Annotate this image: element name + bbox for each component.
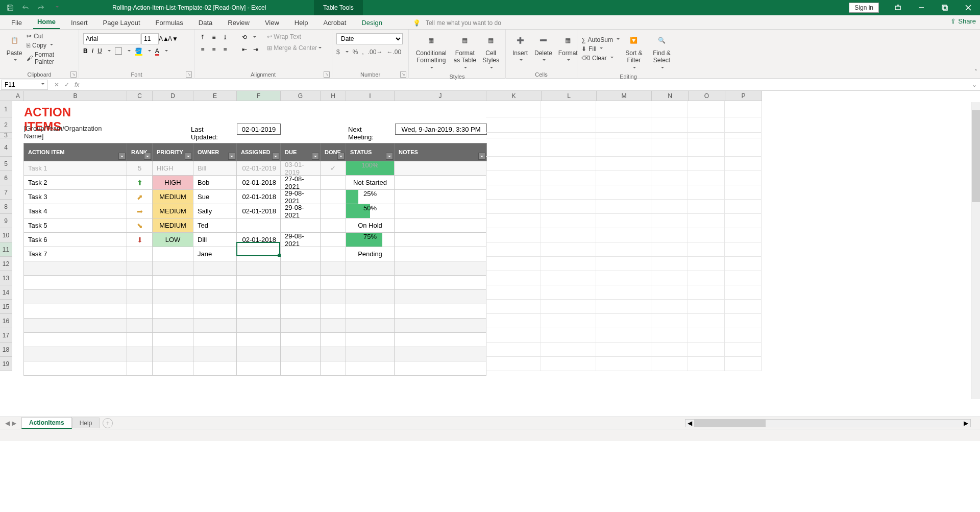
cell-due[interactable]: 29-08-2021 — [281, 204, 321, 218]
align-right-icon[interactable]: ≡ — [221, 45, 229, 54]
cell-done[interactable] — [321, 218, 346, 232]
cell-assigned[interactable]: 02-01-2018 — [237, 190, 281, 204]
tab-data[interactable]: Data — [194, 16, 216, 29]
find-select-button[interactable]: 🔍Find & Select — [648, 31, 675, 72]
cell-owner[interactable]: Sue — [193, 190, 237, 204]
cell-owner[interactable]: Dill — [193, 233, 237, 247]
number-format-select[interactable]: Date — [336, 33, 403, 44]
cell-status[interactable]: On Hold — [346, 218, 395, 232]
font-launcher-icon[interactable]: ↘ — [186, 71, 192, 78]
cell-done[interactable] — [321, 176, 346, 189]
ribbon-options-icon[interactable] — [886, 0, 910, 15]
cell-owner[interactable]: Ted — [193, 218, 237, 232]
name-box[interactable]: F11 — [1, 80, 48, 90]
row-header-2[interactable]: 2 — [0, 117, 12, 133]
delete-cells-button[interactable]: ➖Delete — [532, 31, 554, 65]
table-row-empty[interactable] — [23, 361, 486, 376]
filter-button-0[interactable] — [118, 153, 126, 160]
col-header-M[interactable]: M — [597, 91, 652, 101]
table-row[interactable]: Task 4➡MEDIUMSally02-01-201829-08-202150… — [23, 204, 486, 218]
col-header-B[interactable]: B — [24, 91, 127, 101]
tab-nav-prev-icon[interactable]: ◀ — [5, 420, 10, 427]
table-row[interactable]: Task 2⬆HIGHBob02-01-201827-08-2021Not St… — [23, 176, 486, 190]
col-header-P[interactable]: P — [725, 91, 762, 101]
cell-assigned[interactable] — [237, 218, 281, 232]
cell-assigned[interactable]: 02-01-2018 — [237, 233, 281, 247]
cell-action-item[interactable]: Task 5 — [24, 218, 127, 232]
horizontal-scroll-thumb[interactable] — [694, 420, 766, 427]
scroll-right-icon[interactable]: ▶ — [962, 420, 970, 427]
align-bottom-icon[interactable]: ⤓ — [221, 33, 229, 41]
expand-formula-bar-icon[interactable]: ⌄ — [969, 81, 980, 88]
row-header-19[interactable]: 19 — [0, 357, 12, 371]
cell-notes[interactable] — [395, 161, 486, 175]
orientation-icon[interactable]: ⟲ — [240, 33, 249, 41]
horizontal-scrollbar[interactable]: ◀ ▶ — [685, 419, 971, 427]
minimize-icon[interactable] — [910, 0, 933, 15]
cell-owner[interactable]: Bill — [193, 161, 237, 175]
tab-help[interactable]: Help — [290, 16, 312, 29]
cell-action-item[interactable]: Task 1 — [24, 161, 127, 175]
enter-formula-icon[interactable]: ✓ — [64, 81, 69, 88]
cell-status[interactable]: Pending — [346, 247, 395, 261]
sheet-tab-help[interactable]: Help — [72, 418, 100, 428]
cell-done[interactable] — [321, 190, 346, 204]
col-header-D[interactable]: D — [153, 91, 193, 101]
row-header-14[interactable]: 14 — [0, 285, 12, 300]
share-button[interactable]: ⇪Share — [950, 17, 976, 25]
filter-button-5[interactable] — [312, 153, 319, 160]
col-header-I[interactable]: I — [346, 91, 395, 101]
cell-rank[interactable]: ⬈ — [127, 190, 153, 204]
cell-action-item[interactable]: Task 7 — [24, 247, 127, 261]
cell-assigned[interactable]: 02-01-2019 — [237, 161, 281, 175]
cell-rank[interactable]: ⬇ — [127, 233, 153, 247]
alignment-launcher-icon[interactable]: ↘ — [324, 71, 330, 78]
filter-button-6[interactable] — [337, 153, 345, 160]
col-header-N[interactable]: N — [652, 91, 689, 101]
underline-button[interactable]: U — [97, 47, 102, 55]
cell-action-item[interactable]: Task 2 — [24, 176, 127, 189]
col-header-F[interactable]: F — [237, 91, 281, 101]
cell-notes[interactable] — [395, 218, 486, 232]
paste-button[interactable]: 📋 Paste — [4, 31, 24, 65]
cell-action-item[interactable]: Task 6 — [24, 233, 127, 247]
cell-priority[interactable] — [153, 247, 193, 261]
cell-rank[interactable] — [127, 247, 153, 261]
cell-due[interactable]: 27-08-2021 — [281, 176, 321, 189]
tab-page-layout[interactable]: Page Layout — [99, 16, 144, 29]
table-row-empty[interactable] — [23, 304, 486, 319]
col-header-H[interactable]: H — [321, 91, 346, 101]
row-header-11[interactable]: 11 — [0, 242, 12, 257]
cell-status[interactable]: 75% — [346, 233, 395, 247]
cell-due[interactable]: 29-08-2021 — [281, 190, 321, 204]
col-header-G[interactable]: G — [281, 91, 321, 101]
cell-notes[interactable] — [395, 247, 486, 261]
tab-design[interactable]: Design — [357, 16, 386, 29]
cell-notes[interactable] — [395, 190, 486, 204]
align-center-icon[interactable]: ≡ — [210, 45, 218, 54]
italic-button[interactable]: I — [92, 47, 93, 55]
tell-me-search[interactable]: 💡 Tell me what you want to do — [409, 17, 505, 29]
filter-button-8[interactable] — [478, 153, 485, 160]
select-all-corner[interactable] — [0, 91, 12, 101]
accounting-format-icon[interactable]: $ — [336, 48, 340, 56]
vertical-scrollbar[interactable] — [971, 102, 980, 399]
increase-decimal-icon[interactable]: .00→ — [368, 48, 383, 56]
filter-button-7[interactable] — [386, 153, 393, 160]
autosum-button[interactable]: ∑ AutoSum — [581, 36, 620, 43]
borders-button[interactable] — [115, 47, 122, 55]
cancel-formula-icon[interactable]: ✕ — [54, 81, 59, 88]
clipboard-launcher-icon[interactable]: ↘ — [70, 71, 77, 78]
cell-notes[interactable] — [395, 176, 486, 189]
font-color-button[interactable]: A — [155, 47, 159, 55]
clear-button[interactable]: ⌫ Clear — [581, 55, 620, 62]
undo-icon[interactable] — [19, 2, 32, 14]
cell-priority[interactable]: HIGH — [153, 161, 193, 175]
conditional-formatting-button[interactable]: ▦Conditional Formatting — [413, 31, 449, 72]
cell-owner[interactable]: Bob — [193, 176, 237, 189]
row-header-12[interactable]: 12 — [0, 257, 12, 271]
fx-icon[interactable]: fx — [75, 81, 79, 88]
number-launcher-icon[interactable]: ↘ — [400, 71, 406, 78]
cell-rank[interactable]: ⬆ — [127, 176, 153, 189]
table-row[interactable]: Task 6⬇LOWDill02-01-201829-08-202175% — [23, 233, 486, 247]
